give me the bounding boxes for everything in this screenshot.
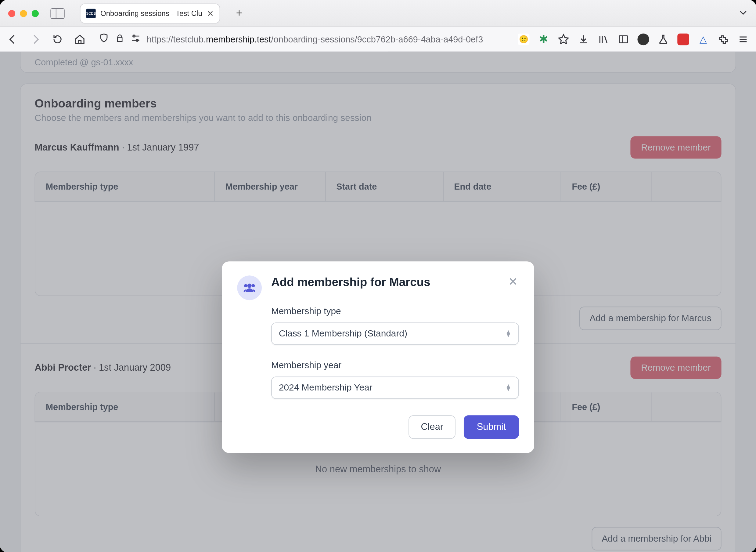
membership-year-value: 2024 Membership Year (279, 383, 373, 393)
window-close-button[interactable] (8, 10, 15, 17)
add-membership-modal: Add membership for Marcus Membership typ… (222, 261, 534, 453)
menu-icon[interactable] (737, 33, 749, 45)
lock-icon[interactable] (115, 34, 125, 45)
traffic-lights (8, 10, 39, 17)
extensions-icon[interactable] (717, 33, 729, 45)
window-minimize-button[interactable] (20, 10, 27, 17)
membership-year-label: Membership year (271, 360, 519, 371)
users-icon (237, 275, 262, 300)
window-chrome: SCDS Onboarding sessions - Test Clu ✕ + (0, 0, 756, 27)
svg-rect-2 (619, 35, 627, 42)
site-settings-icon[interactable] (130, 33, 141, 45)
membership-type-select[interactable]: Class 1 Membership (Standard) ▲▼ (271, 322, 519, 345)
shield-icon[interactable] (99, 33, 109, 45)
sidebar-icon[interactable] (617, 33, 629, 45)
url-field[interactable]: https://testclub.membership.test/onboard… (95, 33, 508, 45)
url-toolbar: https://testclub.membership.test/onboard… (0, 27, 756, 52)
reload-button[interactable] (51, 33, 63, 45)
modal-close-button[interactable] (505, 273, 521, 290)
window-zoom-button[interactable] (32, 10, 39, 17)
home-button[interactable] (74, 33, 85, 45)
favicon-icon: SCDS (86, 9, 96, 18)
downloads-icon[interactable] (578, 33, 589, 45)
red-extension-icon[interactable] (677, 33, 689, 45)
forward-button (29, 33, 41, 45)
sidebar-toggle-icon[interactable] (50, 8, 64, 19)
extension-avatar-icon[interactable]: 🙂 (518, 33, 529, 45)
page-content: Completed @ gs-01.xxxx Onboarding member… (0, 51, 756, 552)
membership-type-label: Membership type (271, 306, 519, 317)
extension-bug-icon[interactable]: ✱ (538, 33, 549, 45)
account-avatar-icon[interactable] (637, 33, 649, 45)
membership-year-select[interactable]: 2024 Membership Year ▲▼ (271, 377, 519, 399)
select-chevron-icon: ▲▼ (506, 330, 511, 337)
bookmark-star-icon[interactable] (558, 33, 569, 45)
browser-tab[interactable]: SCDS Onboarding sessions - Test Clu ✕ (80, 3, 221, 23)
clear-button[interactable]: Clear (408, 415, 455, 439)
url-text: https://testclub.membership.test/onboard… (147, 34, 505, 44)
membership-type-value: Class 1 Membership (Standard) (279, 328, 407, 339)
library-icon[interactable] (598, 33, 609, 45)
triangle-extension-icon[interactable]: △ (698, 33, 709, 45)
new-tab-button[interactable]: + (231, 5, 247, 21)
extension-icons: 🙂 ✱ △ (518, 33, 749, 45)
back-button[interactable] (7, 33, 19, 45)
flask-icon[interactable] (657, 33, 669, 45)
tab-title: Onboarding sessions - Test Clu (101, 9, 202, 17)
submit-button[interactable]: Submit (464, 415, 519, 439)
modal-title: Add membership for Marcus (271, 275, 430, 289)
select-chevron-icon: ▲▼ (506, 384, 511, 391)
tabs-overflow-icon[interactable] (738, 7, 748, 19)
tab-close-icon[interactable]: ✕ (207, 9, 214, 18)
